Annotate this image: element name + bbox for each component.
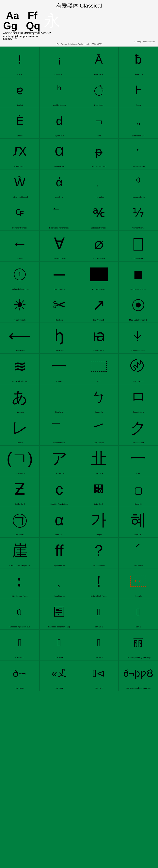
cell-latinextadd: Ẁ Latin Ext Additional: [0, 169, 40, 200]
sample-row1: Aa Ff: [3, 10, 40, 21]
cell-miscsyms: ☀ Misc Symbols: [0, 292, 40, 323]
cell-misc-4: ð¬þƿȢ CJK Compat Ideographs Sup: [118, 660, 158, 691]
cell-armo: ¬ Armo: [79, 108, 118, 138]
cell-lettsexti: α Letts Ext I: [40, 507, 79, 537]
label-bopomofo: Bopomofo: [94, 411, 103, 413]
label-suppunct: Sup Punctuation: [131, 349, 145, 352]
target-inner: [136, 303, 141, 308]
label-hangul: Hangul: [96, 534, 102, 536]
cell-cyrillicextk: ꙗ Cyrillic Ext K: [79, 323, 118, 353]
cell-arrows: ← Arrows: [0, 231, 40, 261]
symbol-cyrillicextc: Ԕ: [13, 139, 27, 164]
cell-cyrillic: È Cyrillic: [0, 108, 40, 138]
cell-alphabeticff: ff Alphabetic FF: [40, 537, 79, 568]
label-verticalforms: Vertical Forms: [93, 564, 105, 566]
cell-cjkextf: 𫠠 CJK Ext F: [79, 630, 118, 660]
cell-cjkcompatforms: ︰ CJK Compat Forms: [0, 568, 40, 599]
symbol-ipaext: ɐ: [16, 78, 23, 103]
alphabet-lower: abcdefghijklmnopqrstuvwxyz: [3, 35, 155, 38]
symbol-jamoexta: ㉠: [12, 507, 28, 533]
cell-modletters: ʰ Modifier Letters: [40, 77, 79, 108]
cell-cjkcompatsup: 丽 CJK Compat Ideographs Sup: [118, 630, 158, 660]
label-cyrillicextc: Cyrillic Ext C: [14, 165, 25, 167]
symbol-alphabeticff: ff: [55, 538, 64, 563]
cell-numforms: ⅐ Number Forms: [118, 200, 158, 231]
label-phoneticext: Phonetic Ext: [54, 165, 65, 167]
symbol-diacritssup: ": [137, 139, 140, 164]
label-diacritexta: Diacriticals Ext: [132, 135, 144, 137]
label-miscarrows: Misc Arrows: [14, 349, 25, 352]
symbol-cjkc: 𪜀: [136, 599, 140, 625]
block-fill: [90, 268, 108, 281]
cell-bopomofo: ㄅ Bopomofo: [79, 384, 118, 415]
symbol-verticalforms: ？: [91, 538, 107, 563]
symbol-dingbats: ✂: [53, 292, 66, 318]
label-specials: Specials: [135, 595, 142, 597]
label-halfmarks: Half Marks: [134, 564, 143, 566]
label-alphabeticff: Alphabetic FF: [53, 564, 65, 566]
cell-cjkradicalsup: ≋ CJK Radicals Sup: [0, 353, 40, 384]
cell-ascii: ! ASCII: [0, 46, 40, 77]
symbol-bopomofoext: ㆒: [51, 415, 67, 441]
label-cjkstrokes: CJK Strokes: [93, 441, 104, 444]
label-lettsextc: Letts Ext C: [55, 349, 64, 352]
cell-jamoextb: 혜 Jamo Ext B: [118, 507, 158, 537]
label-enclosedcjk: Enclosed CJK: [14, 472, 26, 474]
cell-misc-2: «𠀋 CJK Ext E: [40, 660, 79, 691]
label-mathops: Math Operators: [53, 257, 66, 259]
cell-cjkextb: 𠀀 CJK Ext B: [79, 599, 118, 630]
cell-latinexta: Ā Latin Ext A: [79, 46, 118, 77]
sample-display: Aa Ff Gg Qq 永: [3, 10, 155, 31]
cell-ipaext: ɐ IPA Ext: [0, 77, 40, 108]
symbol-katakanaext: ク: [130, 415, 146, 441]
symbol-cjksymbol: 〄: [130, 353, 146, 379]
symbol-misc-1: ð∽: [13, 660, 27, 686]
cell-controlpic: ⎕ Control Pictures: [118, 231, 158, 261]
cell-cjkexte: 𫠠 CJK Ext E: [40, 630, 79, 660]
label-miscsyms: Misc Symbols: [14, 319, 26, 321]
symbol-misc-2: «𠀋: [51, 660, 67, 686]
symbol-kayahli: ꤀: [133, 476, 143, 502]
label-lettsextd: Letts Ext D: [94, 503, 103, 505]
label-cjkexte: CJK Ext E: [55, 656, 64, 658]
symbol-currency: ₠: [15, 200, 24, 226]
cell-cyrillicextb: Ƶ Cyrillic Ext B: [0, 476, 40, 507]
label-katakana: Katakana: [55, 411, 63, 413]
symbol-blockelems: [90, 261, 108, 287]
cell-blockelems: Block Elements: [79, 261, 118, 292]
sample-row2: Gg Qq: [3, 21, 40, 31]
symbol-latinextadd: Ẁ: [14, 169, 26, 195]
symbol-armo: ¬: [95, 108, 102, 134]
cell-currency: ₠ Currency Symbols: [0, 200, 40, 231]
label-cjk: CJK: [136, 472, 140, 474]
label-currency: Currency Symbols: [12, 227, 28, 229]
label-kayahli: Kayah Li: [135, 503, 142, 505]
symbol-halfmarks: ´: [136, 538, 141, 563]
credit: © Design by fontke.com: [3, 40, 155, 43]
cell-phoneticext: Ɑ Phonetic Ext: [40, 138, 79, 169]
cell-misc-3: 𫝀⊲ CJK Ext F: [79, 660, 118, 691]
symbol-hangul: 가: [91, 507, 107, 533]
label-greek: Greek: [136, 104, 141, 106]
cell-enclosedalpha: 1 Enclosed Alphanums: [0, 261, 40, 292]
symbol-phoneticextsup: ᵽ: [95, 139, 103, 164]
cell-lettsextd: ꬀ Letts Ext D: [79, 476, 118, 507]
symbol-specials: OBJ: [130, 568, 146, 594]
label-enclosedalpha: Enclosed Alphanums: [11, 288, 29, 290]
cell-compatjamo: ㅁ Compat Jamo: [118, 384, 158, 415]
symbol-cjkcompatideographs: 崖: [12, 538, 28, 563]
cell-greekext: ά Greek Ext: [40, 169, 79, 200]
cell-katakana: ゠ Katakana: [40, 384, 79, 415]
symbol-lettsextd: ꬀: [94, 476, 104, 502]
cell-cjkstrokes: ㇀ CJK Strokes: [79, 415, 118, 445]
symbol-suppunct: ꛷: [134, 323, 142, 349]
alphabet-upper: ABCDEFGHIJKLMNOPQRSTUVWXYZ: [3, 32, 155, 35]
cell-diacritexta: ͵͵ Diacriticals Ext: [118, 108, 158, 138]
symbol-kangxi: ⼀: [51, 353, 67, 379]
cell-misc-1: ð∽ CJK Ext D2: [0, 660, 40, 691]
label-superandsub: Super And Sub: [132, 196, 145, 198]
cell-mathops: ∀ Math Operators: [40, 231, 79, 261]
symbol-boxdrawing: ─: [54, 261, 65, 287]
symbol-cyrillicsup: d: [56, 108, 63, 134]
symbol-controlpic: ⎕: [133, 231, 143, 257]
